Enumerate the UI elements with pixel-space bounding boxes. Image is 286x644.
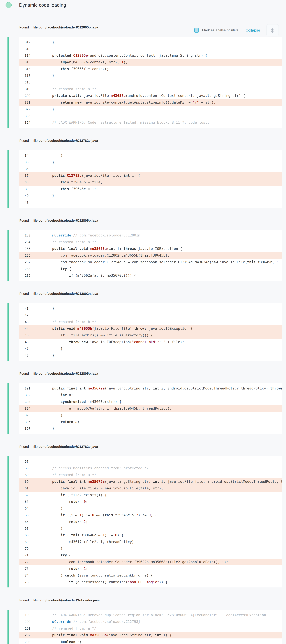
line-number: 321 [19, 99, 44, 106]
code-segment-p [44, 54, 52, 58]
code-segment-p: ; [86, 500, 88, 504]
code-line: 47 } [19, 345, 282, 352]
code-text: /* renamed from: a */ [44, 239, 282, 245]
code-segment-p: i, android.os.StrictMode.ThreadPolicy th… [159, 386, 270, 390]
code-text: try { [44, 266, 282, 272]
code-text: this.f39645b = file; [44, 179, 282, 186]
code-segment-p: } [44, 426, 54, 430]
code-segment-k: this [61, 187, 69, 191]
code-segment-k: boolean [61, 640, 75, 644]
code-segment-k: int [153, 480, 159, 484]
code-segment-k: int [155, 633, 161, 637]
code-segment-p [44, 333, 61, 337]
code-segment-k: if [61, 513, 65, 517]
code-text: com.facebook.soloader.C12794g a = com.fa… [44, 259, 282, 266]
code-segment-k: protected [52, 54, 73, 58]
code-text: public final void mo35668a(java.lang.Str… [44, 632, 282, 638]
code-block: 41 }4243 /* renamed from: b */44 static … [0, 303, 286, 361]
code-segment-p: i) { [130, 174, 140, 178]
code-block: 34 }35 }3637 public C12782c(java.io.File… [0, 150, 286, 208]
code-segment-k: try [61, 553, 67, 557]
code-segment-n: 2 [84, 520, 86, 524]
code-text: } [44, 525, 282, 532]
code-segment-k: return [69, 520, 84, 524]
code-segment-p: } [44, 546, 63, 550]
code-segment-p: .f39665f = context; [69, 67, 109, 71]
code-segment-p: (android.content.Context context, java.l… [126, 94, 245, 98]
line-number: 59 [19, 472, 44, 478]
code-segment-p [44, 326, 52, 330]
found-in-file-line: Found in file com/facebook/soloader/C127… [19, 445, 286, 448]
line-number: 322 [19, 106, 44, 112]
code-line: 391 public final int mo35672a(java.lang.… [19, 385, 282, 392]
code-segment-p: ; [86, 520, 88, 524]
code-segment-k: this [105, 513, 113, 517]
code-accent-bar [8, 303, 9, 361]
code-line: 58 /* access modifiers changed from: pro… [19, 465, 282, 472]
code-segment-p [44, 553, 61, 557]
code-segment-k: try [61, 267, 67, 271]
code-segment-b: @Override [52, 620, 71, 624]
code-segment-p [44, 240, 52, 244]
code-segment-p: java.io.IOException { [147, 326, 193, 330]
code-segment-p: + str); [199, 100, 216, 104]
code-text: /* renamed from: a */ [44, 86, 282, 92]
line-number: 64 [19, 505, 44, 512]
code-line: 200 @Override // com.facebook.soloader.C… [19, 618, 282, 625]
code-segment-p: ) != [105, 533, 115, 537]
code-segment-c: /* JADX WARNING: Code restructure failed… [52, 120, 209, 124]
code-line: 318 [19, 79, 282, 86]
code-segment-p: (java.io.File file, [82, 174, 124, 178]
code-text: } [44, 345, 282, 352]
found-in-file-label: Found in file [19, 25, 39, 29]
code-segment-p: (m43657a(context, str), [71, 60, 121, 64]
code-line: 393 synchronized (m43663b(str)) { [19, 398, 282, 405]
code-text: com.facebook.soloader.SoLoader.f39622b.m… [44, 558, 282, 565]
code-segment-d: m43655b [77, 326, 92, 330]
code-segment-n: 0 [115, 533, 117, 537]
line-number: 320 [19, 92, 44, 99]
line-number: 394 [19, 405, 44, 412]
code-segment-p [44, 267, 61, 271]
code-segment-p [44, 386, 52, 390]
code-segment-n: 1 [84, 566, 86, 570]
code-text: } [44, 192, 282, 199]
code-segment-k: throws [270, 386, 282, 390]
code-accent-bar [8, 150, 9, 208]
code-line: 283 @Override // com.facebook.soloader.C… [19, 232, 282, 239]
line-number: 34 [19, 152, 44, 159]
code-line: 284 /* renamed from: a */ [19, 239, 282, 245]
code-segment-p: )) { [159, 580, 167, 584]
code-line-highlighted: 394 a = mo35676a(str, i, this.f39645b, t… [19, 405, 282, 412]
line-number: 46 [19, 338, 44, 345]
code-segment-p: } [44, 346, 63, 350]
code-text: /* renamed from: b */ [44, 318, 282, 325]
code-line-highlighted: 286 com.facebook.soloader.C12802n.m43655… [19, 252, 282, 259]
code-text: this.f39646c = i; [44, 186, 282, 192]
code-segment-k: this [113, 406, 121, 410]
code-text: private static java.io.File m43657a(andr… [44, 92, 282, 99]
code-segment-k: public final int [52, 386, 88, 390]
code-line: 287 com.facebook.soloader.C12794g a = co… [19, 259, 282, 266]
found-in-file-label: Found in file [19, 139, 39, 142]
code-text: if (m43662a(a, i, mo35670b())) { [44, 272, 282, 279]
found-in-file-label: Found in file [19, 445, 39, 448]
code-text: } [44, 159, 282, 166]
code-segment-p: } [44, 306, 54, 310]
line-number: 39 [19, 186, 44, 192]
code-segment-d: m43657a [111, 94, 126, 98]
code-text: int a; [44, 392, 282, 398]
code-segment-k: throw new [69, 340, 90, 344]
code-line: 64 } [19, 505, 282, 512]
found-in-file-label: Found in file [19, 372, 39, 376]
code-segment-n: 0 [84, 500, 86, 504]
code-segment-p [44, 320, 52, 324]
code-segment-p: } [44, 74, 54, 78]
code-line: 75 if (e.getMessage().contains("bad ELF … [19, 579, 282, 586]
code-segment-k: this [61, 67, 69, 71]
code-text: if ((this.f39646c & 1) != 0) { [44, 532, 282, 538]
code-segment-k: if [61, 493, 65, 497]
line-number: 37 [19, 172, 44, 179]
code-segment-p: com.facebook.soloader.SoLoader.f39622b.m… [44, 560, 228, 564]
code-text: if (e.getMessage().contains("bad ELF mag… [44, 579, 282, 586]
